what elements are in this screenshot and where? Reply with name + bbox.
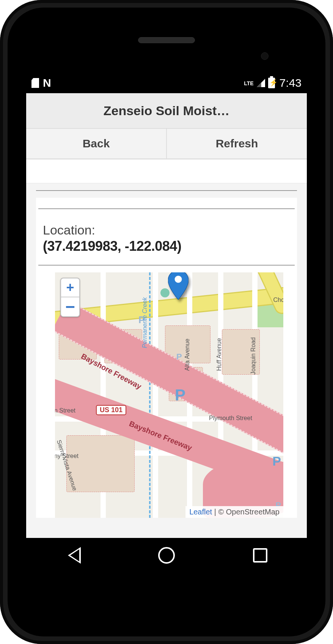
content-scroll[interactable]: Location: (37.4219983, -122.084) bbox=[26, 160, 307, 538]
map-label-street: Huff Avenue bbox=[216, 338, 223, 371]
network-type: LTE bbox=[244, 81, 253, 86]
map-label-creek: Permanente Creek bbox=[141, 297, 148, 348]
clock: 7:43 bbox=[280, 77, 302, 89]
android-n-icon: N bbox=[43, 77, 50, 89]
battery-icon: ⚡ bbox=[268, 78, 275, 88]
blank-panel bbox=[26, 160, 307, 183]
osm-credit: OpenStreetMap bbox=[226, 508, 280, 516]
map-label-street: Joaquin Road bbox=[250, 337, 257, 375]
signal-icon bbox=[257, 79, 265, 87]
map-label-poi: Chc bbox=[273, 297, 283, 303]
zoom-out-button[interactable]: − bbox=[61, 297, 79, 316]
map-label-street: Alta Avenue bbox=[184, 339, 191, 371]
app-area: Zenseio Soil Moist… Back Refresh Locatio… bbox=[26, 93, 307, 538]
map-marker-icon[interactable] bbox=[168, 272, 188, 301]
svg-point-0 bbox=[175, 276, 182, 283]
front-camera bbox=[261, 52, 269, 60]
map[interactable]: P P P P P Permanente Creek Alta Avenue H… bbox=[55, 272, 283, 518]
map-tiles: P P P P P Permanente Creek Alta Avenue H… bbox=[55, 272, 283, 518]
map-label-street: n Street bbox=[55, 407, 75, 414]
divider bbox=[38, 265, 295, 266]
location-label: Location: bbox=[43, 223, 290, 238]
divider bbox=[36, 190, 297, 191]
nav-home-button[interactable] bbox=[157, 546, 176, 565]
nav-recent-button[interactable] bbox=[250, 546, 270, 565]
app-title: Zenseio Soil Moist… bbox=[26, 93, 307, 129]
status-bar: N LTE ⚡ 7:43 bbox=[26, 73, 307, 93]
zoom-control: + − bbox=[60, 278, 80, 317]
speaker-grille bbox=[138, 37, 195, 43]
location-coords: (37.4219983, -122.084) bbox=[43, 238, 290, 254]
refresh-button[interactable]: Refresh bbox=[167, 129, 307, 158]
sd-card-icon bbox=[31, 78, 39, 88]
leaflet-link[interactable]: Leaflet bbox=[189, 508, 212, 516]
parking-icon: P bbox=[272, 454, 281, 469]
parking-icon: P bbox=[176, 352, 182, 362]
parking-icon: P bbox=[175, 386, 185, 404]
map-attribution: Leaflet | © OpenStreetMap bbox=[185, 506, 283, 518]
nav-back-button[interactable] bbox=[63, 546, 83, 565]
map-label-street: Plymouth Street bbox=[209, 415, 252, 422]
zoom-in-button[interactable]: + bbox=[61, 278, 79, 297]
toolbar: Back Refresh bbox=[26, 129, 307, 159]
phone-bezel: N LTE ⚡ 7:43 Zenseio Soil Moist… Ba bbox=[8, 8, 325, 636]
android-nav-bar bbox=[26, 538, 307, 573]
back-button[interactable]: Back bbox=[26, 129, 167, 158]
highway-shield: US 101 bbox=[96, 405, 126, 415]
map-label-street: ny Street bbox=[55, 453, 79, 460]
location-card: Location: (37.4219983, -122.084) bbox=[36, 198, 297, 518]
screen: N LTE ⚡ 7:43 Zenseio Soil Moist… Ba bbox=[26, 73, 307, 573]
divider bbox=[38, 208, 295, 209]
phone-frame: N LTE ⚡ 7:43 Zenseio Soil Moist… Ba bbox=[0, 0, 333, 644]
